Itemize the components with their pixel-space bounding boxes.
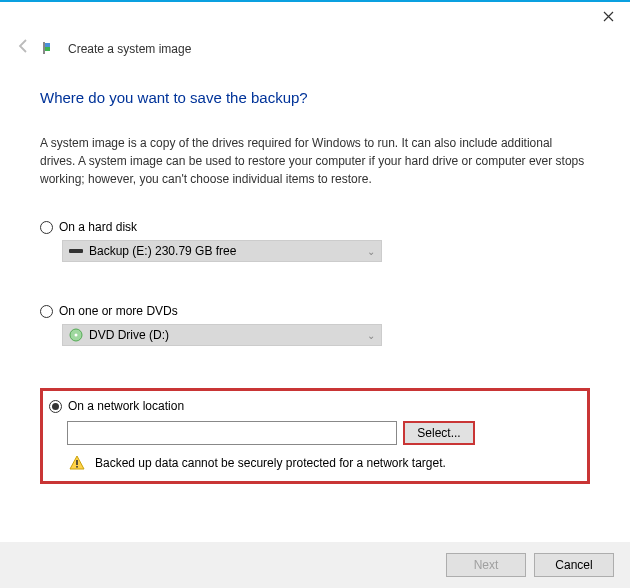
radio-icon bbox=[49, 400, 62, 413]
option-network-highlight: On a network location Select... Backed u… bbox=[40, 388, 590, 484]
network-path-input[interactable] bbox=[67, 421, 397, 445]
network-warning-row: Backed up data cannot be securely protec… bbox=[69, 455, 577, 471]
close-icon bbox=[603, 11, 614, 22]
hard-disk-selected: Backup (E:) 230.79 GB free bbox=[89, 244, 367, 258]
network-warning-text: Backed up data cannot be securely protec… bbox=[95, 456, 446, 470]
page-title: Create a system image bbox=[68, 42, 191, 56]
svg-rect-3 bbox=[69, 249, 83, 253]
description-text: A system image is a copy of the drives r… bbox=[40, 134, 590, 188]
svg-point-5 bbox=[75, 334, 78, 337]
svg-rect-6 bbox=[76, 460, 78, 465]
radio-dvd[interactable]: On one or more DVDs bbox=[40, 304, 590, 318]
titlebar bbox=[0, 0, 630, 30]
radio-icon bbox=[40, 305, 53, 318]
close-button[interactable] bbox=[586, 2, 630, 30]
option-dvd: On one or more DVDs DVD Drive (D:) ⌄ bbox=[40, 304, 590, 346]
radio-network[interactable]: On a network location bbox=[49, 399, 577, 413]
cancel-button[interactable]: Cancel bbox=[534, 553, 614, 577]
footer: Next Cancel bbox=[0, 542, 630, 588]
header-row: Create a system image bbox=[0, 30, 630, 59]
chevron-down-icon: ⌄ bbox=[367, 330, 375, 341]
select-button[interactable]: Select... bbox=[403, 421, 475, 445]
svg-rect-7 bbox=[76, 466, 78, 468]
drive-icon bbox=[69, 246, 83, 256]
radio-hard-disk[interactable]: On a hard disk bbox=[40, 220, 590, 234]
back-arrow-icon bbox=[16, 38, 34, 59]
disc-icon bbox=[69, 328, 83, 342]
radio-label-dvd: On one or more DVDs bbox=[59, 304, 178, 318]
system-image-icon bbox=[42, 40, 60, 58]
svg-rect-2 bbox=[43, 42, 45, 54]
radio-label-network: On a network location bbox=[68, 399, 184, 413]
warning-icon bbox=[69, 455, 85, 471]
next-button[interactable]: Next bbox=[446, 553, 526, 577]
network-path-row: Select... bbox=[67, 421, 577, 445]
chevron-down-icon: ⌄ bbox=[367, 246, 375, 257]
hard-disk-dropdown[interactable]: Backup (E:) 230.79 GB free ⌄ bbox=[62, 240, 382, 262]
option-hard-disk: On a hard disk Backup (E:) 230.79 GB fre… bbox=[40, 220, 590, 262]
main-heading: Where do you want to save the backup? bbox=[40, 89, 590, 106]
content-area: Where do you want to save the backup? A … bbox=[0, 59, 630, 484]
dvd-dropdown[interactable]: DVD Drive (D:) ⌄ bbox=[62, 324, 382, 346]
dvd-selected: DVD Drive (D:) bbox=[89, 328, 367, 342]
radio-label-hard-disk: On a hard disk bbox=[59, 220, 137, 234]
radio-icon bbox=[40, 221, 53, 234]
